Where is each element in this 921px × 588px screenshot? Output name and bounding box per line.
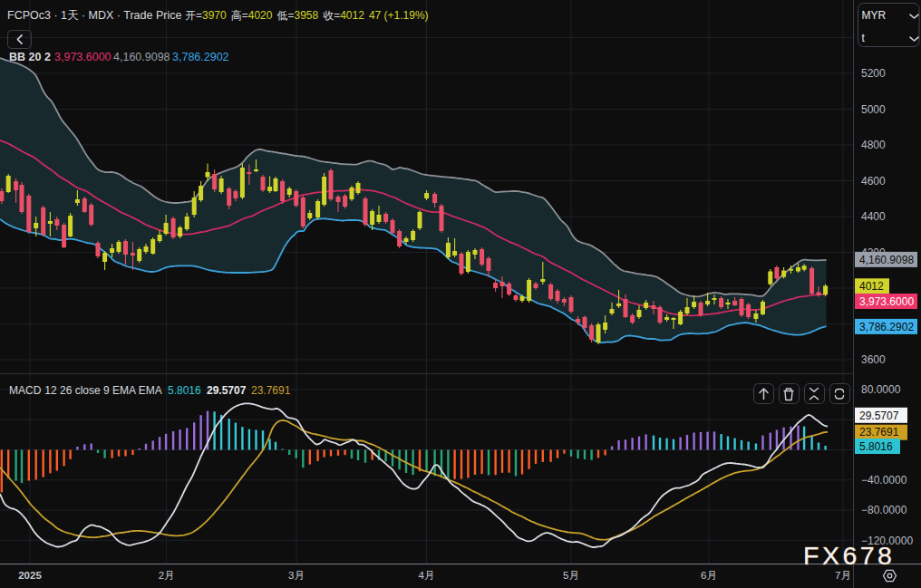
svg-text:7月: 7月 bbox=[835, 570, 851, 581]
svg-text:23.7691: 23.7691 bbox=[859, 426, 899, 439]
svg-text:开=3970高=4020低=3958收=401247 (+1: 开=3970高=4020低=3958收=401247 (+1.19%) bbox=[185, 9, 429, 22]
svg-text:BB 20 2: BB 20 2 bbox=[9, 51, 51, 63]
svg-text:−40.0000: −40.0000 bbox=[861, 474, 907, 487]
svg-text:5200: 5200 bbox=[861, 67, 886, 80]
svg-text:3月: 3月 bbox=[288, 570, 305, 581]
svg-text:−80.0000: −80.0000 bbox=[861, 504, 907, 516]
svg-text:29.5707: 29.5707 bbox=[207, 384, 247, 397]
svg-text:4,160.9098: 4,160.9098 bbox=[113, 51, 170, 63]
svg-text:5000: 5000 bbox=[861, 103, 886, 116]
svg-text:4,160.9098: 4,160.9098 bbox=[859, 254, 914, 266]
svg-text:3,973.6000: 3,973.6000 bbox=[859, 295, 914, 308]
svg-text:−120.0000: −120.0000 bbox=[861, 535, 913, 547]
svg-text:3,786.2902: 3,786.2902 bbox=[859, 321, 914, 333]
svg-text:5.8016: 5.8016 bbox=[168, 384, 201, 397]
svg-text:2月: 2月 bbox=[159, 570, 175, 581]
svg-text:5.8016: 5.8016 bbox=[859, 440, 893, 453]
svg-text:3600: 3600 bbox=[861, 353, 886, 366]
svg-text:4月: 4月 bbox=[419, 570, 435, 581]
svg-text:MACD12 26 close 9 EMA EMA: MACD12 26 close 9 EMA EMA bbox=[9, 384, 162, 397]
svg-text:29.5707: 29.5707 bbox=[859, 410, 899, 422]
svg-text:4400: 4400 bbox=[861, 210, 886, 223]
svg-text:80.0000: 80.0000 bbox=[861, 383, 901, 396]
svg-text:4600: 4600 bbox=[861, 175, 886, 188]
svg-text:MYR: MYR bbox=[862, 9, 887, 22]
svg-text:4012: 4012 bbox=[859, 280, 884, 293]
svg-text:FCPOc3 · 1天 · MDX · Trade Pric: FCPOc3 · 1天 · MDX · Trade Price bbox=[7, 9, 181, 22]
svg-text:3,786.2902: 3,786.2902 bbox=[172, 51, 229, 63]
svg-text:6月: 6月 bbox=[701, 570, 717, 581]
svg-text:5月: 5月 bbox=[563, 570, 579, 581]
svg-text:2025: 2025 bbox=[18, 570, 42, 581]
svg-text:23.7691: 23.7691 bbox=[251, 384, 291, 397]
svg-text:4800: 4800 bbox=[861, 139, 886, 151]
svg-text:3,973.6000: 3,973.6000 bbox=[54, 51, 111, 63]
